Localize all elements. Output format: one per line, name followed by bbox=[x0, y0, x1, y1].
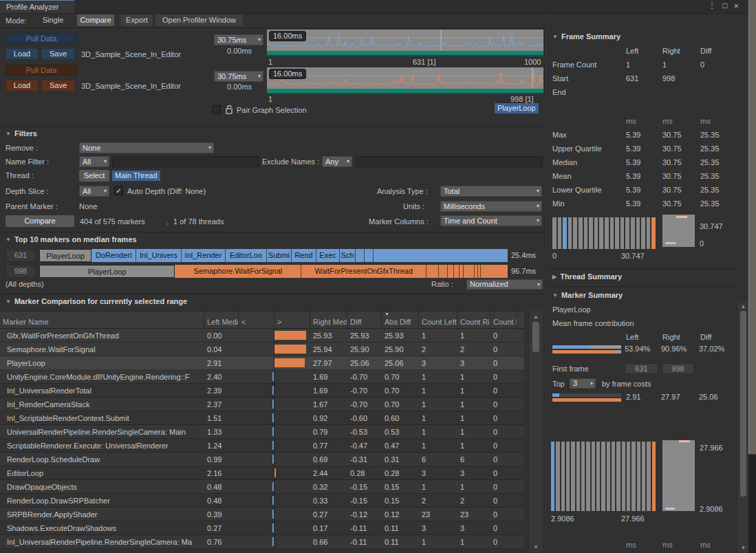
marker-segment[interactable]: EditorLoo bbox=[226, 249, 267, 262]
table-row[interactable]: Inl_UniversalRenderPipeline.RenderSingle… bbox=[0, 535, 524, 549]
row-label: Frame Count bbox=[552, 61, 626, 69]
top-n-dropdown[interactable]: 3▾ bbox=[570, 378, 596, 389]
marker-segment[interactable]: Inl_Univers bbox=[136, 249, 182, 262]
marker-segment[interactable]: Exec bbox=[316, 249, 340, 262]
table-row[interactable]: ScriptableRenderer.Execute: UniversalRen… bbox=[0, 439, 524, 453]
exclude-mode-dropdown[interactable]: Any▾ bbox=[322, 156, 352, 167]
summary-scrollbar[interactable]: ▲ ▼ bbox=[737, 301, 749, 553]
marker-segment[interactable]: Rend bbox=[292, 249, 316, 262]
column-header-6[interactable]: ▼Abs Diff bbox=[382, 312, 419, 328]
compare-button[interactable]: Compare bbox=[6, 215, 74, 227]
scroll-up-icon[interactable]: ▲ bbox=[529, 314, 543, 320]
table-row[interactable]: EditorLoop2.162.440.280.28330 bbox=[0, 466, 524, 480]
name-filter-input[interactable] bbox=[112, 156, 259, 167]
table-row[interactable]: RenderLoop.DrawSRPBatcher0.480.33-0.150.… bbox=[0, 494, 524, 508]
marker-summary-header[interactable]: ▼Marker Summary bbox=[552, 291, 623, 299]
pull-data-button-left[interactable]: Pull Data bbox=[6, 33, 77, 44]
save-button-right[interactable]: Save bbox=[41, 80, 75, 91]
export-button[interactable]: Export bbox=[121, 14, 153, 26]
marker-segment[interactable]: DoRenderl bbox=[91, 249, 136, 262]
table-header[interactable]: Marker NameLeft Median<>Right MedianDiff… bbox=[0, 311, 524, 329]
marker-segment[interactable] bbox=[448, 265, 455, 278]
scrollbar-thumb[interactable] bbox=[740, 311, 746, 497]
marker-segment[interactable]: WaitForPresentOnGfxThread bbox=[301, 265, 426, 278]
range-max-dropdown-right[interactable]: 30.75ms▾ bbox=[214, 71, 263, 82]
parent-marker-label: Parent Marker : bbox=[6, 202, 58, 210]
marker-segment[interactable] bbox=[439, 265, 448, 278]
load-button-left[interactable]: Load bbox=[6, 48, 39, 60]
scroll-down-icon[interactable]: ▼ bbox=[529, 544, 543, 550]
top10-header[interactable]: ▼Top 10 markers on median frames bbox=[6, 235, 137, 243]
frame-summary-header[interactable]: ▼Frame Summary bbox=[552, 32, 620, 41]
table-row[interactable]: UniversalRenderPipeline.RenderSingleCame… bbox=[0, 425, 524, 439]
filters-header[interactable]: ▼Filters bbox=[6, 129, 37, 138]
marker-segment[interactable]: Submi bbox=[267, 249, 292, 262]
marker-comparison-header[interactable]: ▼Marker Comparison for currently selecte… bbox=[6, 297, 187, 305]
mode-single-button[interactable]: Single bbox=[31, 14, 75, 26]
marker-segment[interactable] bbox=[426, 265, 439, 278]
close-icon[interactable]: × bbox=[733, 1, 739, 11]
marker-segment[interactable] bbox=[464, 265, 475, 278]
column-header-1[interactable]: Left Median bbox=[204, 312, 239, 328]
first-frame-left-button[interactable]: 631 bbox=[625, 363, 658, 374]
auto-depth-checkbox[interactable]: ✓ bbox=[114, 186, 123, 195]
column-header-2[interactable]: < bbox=[239, 312, 274, 328]
mode-compare-button[interactable]: Compare bbox=[77, 14, 114, 26]
table-row[interactable]: Inl_ScriptableRenderContext.Submit1.510.… bbox=[0, 411, 524, 425]
save-button-left[interactable]: Save bbox=[41, 48, 75, 60]
frame-time-graph-right[interactable]: 16.00ms bbox=[267, 67, 543, 94]
marker-segment[interactable] bbox=[454, 265, 459, 278]
table-scrollbar[interactable]: ▲ ▼ bbox=[528, 311, 543, 553]
name-filter-mode-dropdown[interactable]: All▾ bbox=[79, 156, 109, 167]
thread-select-button[interactable]: Select bbox=[79, 170, 109, 182]
pull-data-button-right[interactable]: Pull Data bbox=[6, 65, 77, 76]
window-menu-icon[interactable]: ⋮ bbox=[708, 1, 716, 11]
range-max-dropdown-left[interactable]: 30.75ms▾ bbox=[214, 34, 263, 45]
pair-graph-checkbox[interactable] bbox=[212, 105, 221, 114]
table-row[interactable]: Inl_RenderCameraStack2.371.67-0.700.7011… bbox=[0, 398, 524, 411]
marker-segment[interactable] bbox=[365, 249, 374, 262]
analysis-type-dropdown[interactable]: Total▾ bbox=[440, 186, 542, 197]
frame-index-button[interactable]: 998 bbox=[6, 265, 36, 278]
table-row[interactable]: Gfx.WaitForPresentOnGfxThread0.0025.9325… bbox=[0, 329, 524, 343]
column-header-0[interactable]: Marker Name bbox=[0, 312, 204, 328]
frame-time-graph-left[interactable]: 16.00ms bbox=[267, 30, 543, 56]
marker-segment[interactable]: Sch bbox=[340, 249, 356, 262]
marker-segment[interactable]: PlayerLoop bbox=[39, 265, 175, 278]
cell-count-r: 1 bbox=[457, 411, 490, 425]
table-row[interactable]: UnityEngine.CoreModule.dll!UnityEngine.R… bbox=[0, 370, 524, 384]
exclude-names-input[interactable] bbox=[356, 156, 543, 167]
open-profiler-window-button[interactable]: Open Profiler Window bbox=[155, 14, 243, 26]
table-row[interactable]: Inl_UniversalRenderTotal2.391.69-0.700.7… bbox=[0, 384, 524, 398]
scroll-up-icon[interactable]: ▲ bbox=[737, 303, 749, 310]
column-header-3[interactable]: > bbox=[274, 312, 310, 328]
column-header-4[interactable]: Right Median bbox=[310, 312, 347, 328]
table-row[interactable]: PlayerLoop2.9127.9725.0625.06330 bbox=[0, 356, 524, 370]
table-row[interactable]: Semaphore.WaitForSignal0.0425.9425.9025.… bbox=[0, 343, 524, 356]
column-header-7[interactable]: Count Left bbox=[419, 312, 457, 328]
ratio-dropdown[interactable]: Normalized▾ bbox=[466, 279, 543, 290]
units-dropdown[interactable]: Milliseconds▾ bbox=[440, 201, 542, 212]
column-header-8[interactable]: Count Right bbox=[457, 312, 490, 328]
maximize-icon[interactable]: □ bbox=[722, 1, 727, 11]
column-header-9[interactable]: Count Diff bbox=[490, 312, 517, 328]
table-row[interactable]: RenderLoop.ScheduleDraw0.990.69-0.310.31… bbox=[0, 453, 524, 466]
column-header-5[interactable]: Diff bbox=[347, 312, 382, 328]
load-button-right[interactable]: Load bbox=[6, 80, 39, 91]
frame-index-button[interactable]: 631 bbox=[6, 249, 36, 262]
scrollbar-thumb[interactable] bbox=[532, 322, 539, 352]
window-tab[interactable]: Profile Analyzer bbox=[0, 0, 74, 13]
depth-slice-dropdown[interactable]: All▾ bbox=[79, 186, 109, 197]
marker-segment[interactable]: Semaphore.WaitForSignal bbox=[175, 265, 301, 278]
first-frame-right-button[interactable]: 998 bbox=[662, 363, 694, 374]
marker-segment[interactable] bbox=[356, 249, 365, 262]
marker-segment[interactable]: Inl_Render bbox=[182, 249, 226, 262]
remove-dropdown[interactable]: None▾ bbox=[79, 142, 214, 153]
table-row[interactable]: DrawOpaqueObjects0.480.32-0.150.15110 bbox=[0, 480, 524, 494]
scroll-down-icon[interactable]: ▼ bbox=[737, 545, 749, 551]
thread-summary-header[interactable]: ▶Thread Summary bbox=[552, 272, 622, 281]
marker-segment[interactable]: PlayerLoop bbox=[39, 249, 91, 262]
table-row[interactable]: Shadows.ExecuteDrawShadows0.270.17-0.110… bbox=[0, 521, 524, 535]
marker-columns-dropdown[interactable]: Time and Count▾ bbox=[440, 215, 542, 226]
table-row[interactable]: SRPBRender.ApplyShader0.390.27-0.120.122… bbox=[0, 508, 524, 521]
